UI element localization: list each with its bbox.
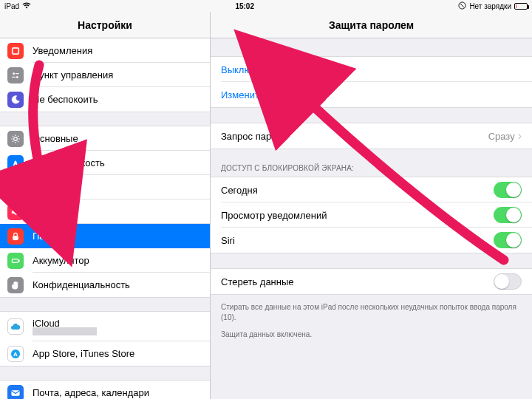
disable-passcode-button[interactable]: Выключить пароль — [211, 57, 532, 82]
change-passcode-button[interactable]: Изменить пароль — [211, 82, 532, 107]
sidebar-item-mail[interactable]: Почта, адреса, календари — [0, 381, 210, 399]
status-bar: iPad 15:02 Нет зарядки — [0, 0, 532, 12]
detail-pane: Выключить пароль Изменить пароль Запрос … — [211, 38, 532, 399]
svg-rect-13 — [12, 259, 18, 262]
sidebar: Уведомления Пункт управления Не беспокои… — [0, 38, 211, 399]
sidebar-item-label: Пароль — [33, 231, 210, 242]
erase-data-toggle[interactable] — [494, 273, 522, 290]
sidebar-item-notifications[interactable]: Уведомления — [0, 38, 210, 63]
siri-toggle[interactable] — [494, 232, 522, 248]
lock-icon — [7, 228, 24, 245]
hand-icon — [7, 277, 24, 293]
svg-text:A: A — [13, 350, 18, 357]
svg-point-11 — [15, 186, 16, 188]
sidebar-item-label: Обои — [33, 182, 210, 193]
sidebar-item-wallpaper[interactable]: Обои — [0, 175, 210, 200]
erase-footnote: Стирать все данные на этом iPad после не… — [211, 298, 532, 324]
sidebar-item-label: Основные — [33, 133, 210, 144]
not-charging-icon — [458, 1, 466, 11]
require-passcode-row[interactable]: Запрос пароля Сразу › — [211, 123, 532, 149]
detail-title: Защита паролем — [211, 12, 532, 38]
svg-rect-14 — [18, 259, 19, 261]
sidebar-item-label: Почта, адреса, календари — [33, 387, 210, 398]
chevron-right-icon: › — [518, 129, 522, 143]
sidebar-item-label: Звуки — [33, 206, 210, 217]
require-passcode-value: Сразу — [488, 131, 515, 142]
speaker-icon — [7, 204, 24, 220]
erase-data-row: Стереть данные — [211, 269, 532, 294]
svg-point-6 — [16, 76, 18, 78]
sidebar-item-general[interactable]: Основные — [0, 126, 210, 151]
sidebar-item-stores[interactable]: A App Store, iTunes Store — [0, 341, 210, 366]
svg-line-1 — [460, 3, 465, 7]
svg-text:A: A — [13, 160, 18, 166]
sidebar-item-battery[interactable]: Аккумулятор — [0, 248, 210, 273]
require-passcode-label: Запрос пароля — [221, 131, 488, 142]
split-header: Настройки Защита паролем — [0, 12, 532, 38]
allow-access-caption: ДОСТУП С БЛОКИРОВКОЙ ЭКРАНА: — [211, 164, 532, 177]
appstore-icon: A — [7, 346, 24, 362]
device-name: iPad — [4, 2, 19, 10]
control-center-icon — [7, 67, 24, 83]
sidebar-item-icloud[interactable]: iCloud hidden@email.addr — [0, 312, 210, 341]
today-toggle[interactable] — [494, 182, 522, 198]
allow-siri-row: Siri — [211, 228, 532, 253]
sidebar-item-privacy[interactable]: Конфиденциальность — [0, 273, 210, 297]
svg-rect-3 — [13, 48, 18, 53]
battery-setting-icon — [7, 253, 24, 269]
sidebar-item-label: Пункт управления — [33, 69, 210, 81]
wifi-icon — [22, 2, 31, 10]
sidebar-item-label: Конфиденциальность — [33, 279, 210, 290]
sidebar-item-control-center[interactable]: Пункт управления — [0, 63, 210, 87]
sidebar-item-sounds[interactable]: Звуки — [0, 200, 210, 224]
status-time: 15:02 — [31, 2, 458, 10]
icloud-account: hidden@email.addr — [33, 327, 97, 335]
battery-text: Нет зарядки — [469, 2, 511, 10]
sidebar-item-label: App Store, iTunes Store — [33, 348, 210, 359]
viewnotif-toggle[interactable] — [494, 207, 522, 223]
cloud-icon — [7, 318, 24, 335]
sidebar-item-dnd[interactable]: Не беспокоить — [0, 87, 210, 112]
gear-icon — [7, 131, 24, 147]
mail-icon — [7, 385, 24, 400]
sidebar-item-label: Не беспокоить — [33, 94, 210, 105]
moon-icon — [7, 92, 24, 108]
sidebar-item-label: Уведомления — [33, 45, 210, 56]
sidebar-item-passcode[interactable]: Пароль — [0, 224, 210, 248]
sidebar-title: Настройки — [0, 12, 211, 38]
svg-point-8 — [14, 137, 18, 140]
data-protection-footnote: Защита данных включена. — [211, 324, 532, 341]
svg-point-4 — [13, 72, 15, 74]
display-icon: A — [7, 155, 24, 171]
wallpaper-icon — [7, 180, 24, 196]
allow-today-row: Сегодня — [211, 177, 532, 202]
allow-viewnotif-row: Просмотр уведомлений — [211, 202, 532, 228]
svg-rect-12 — [13, 236, 18, 239]
sidebar-item-display[interactable]: A Экран и яркость — [0, 151, 210, 175]
sidebar-item-label: Экран и яркость — [33, 157, 210, 168]
notifications-icon — [7, 43, 24, 59]
battery-icon — [514, 3, 528, 10]
sidebar-item-label: Аккумулятор — [33, 255, 210, 266]
